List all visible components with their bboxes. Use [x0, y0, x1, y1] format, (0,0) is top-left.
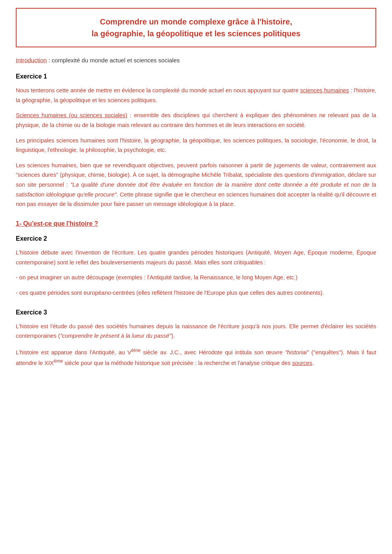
subsection-1-link[interactable]: 1- Qu'est-ce que l'histoire ?: [16, 220, 98, 227]
exercise-2-bullet2: - ces quatre périodes sont européano-cen…: [16, 288, 376, 298]
title-line2: la géographie, la géopolitique et les sc…: [92, 29, 300, 38]
exercise-2-block: Exercice 2 L'histoire débute avec l'inve…: [16, 235, 376, 298]
sciences-humaines-sociales-link[interactable]: Sciences humaines (ou sciences sociales): [16, 112, 127, 118]
exercise-2-bullet1: - on peut imaginer un autre découpage (e…: [16, 273, 376, 283]
introduction-link[interactable]: Introduction: [16, 57, 47, 64]
title-box: Comprendre un monde complexe grâce à l'h…: [16, 8, 376, 47]
exercise-3-block: Exercice 3 L'histoire est l'étude du pas…: [16, 309, 376, 368]
exercise-1-paragraph4: Les sciences humaines, bien que se reven…: [16, 161, 376, 209]
exercise-2-paragraph1: L'histoire débute avec l'invention de l'…: [16, 248, 376, 267]
exercise-1-paragraph1: Nous tenterons cette année de mettre en …: [16, 86, 376, 105]
exercise-1-paragraph3: Les principales sciences humaines sont l…: [16, 136, 376, 155]
sciences-humaines-link[interactable]: sciences humaines: [300, 87, 349, 94]
title-line1: Comprendre un monde complexe grâce à l'h…: [100, 17, 292, 26]
exercise-2-title: Exercice 2: [16, 235, 376, 242]
exercise-1-block: Exercice 1 Nous tenterons cette année de…: [16, 73, 376, 209]
exercise-3-title: Exercice 3: [16, 309, 376, 316]
sources-link[interactable]: sources: [292, 360, 312, 366]
intro-rest-text: : complexité du monde actuel et sciences…: [47, 57, 180, 64]
exercise-1-title: Exercice 1: [16, 73, 376, 80]
subsection-1-heading: 1- Qu'est-ce que l'histoire ?: [16, 220, 376, 227]
exercise-1-paragraph2: Sciences humaines (ou sciences sociales)…: [16, 110, 376, 130]
exercise-3-paragraph1: L'histoire est l'étude du passé des soci…: [16, 322, 376, 341]
intro-line: Introduction : complexité du monde actue…: [16, 57, 376, 64]
exercise-3-paragraph2: L'histoire est apparue dans l'Antiquité,…: [16, 346, 376, 368]
page-title: Comprendre un monde complexe grâce à l'h…: [28, 16, 364, 39]
